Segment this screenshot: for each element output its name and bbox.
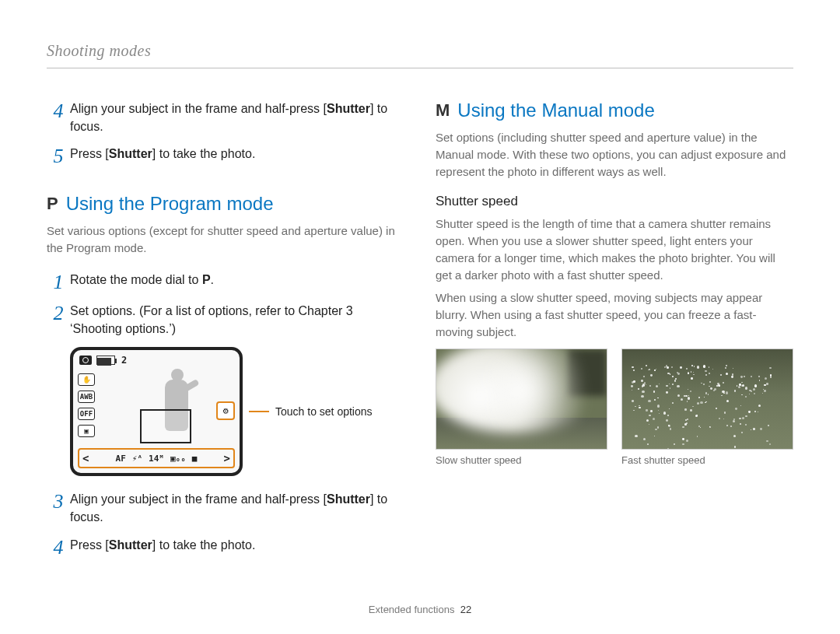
left-column: 4Align your subject in the frame and hal… <box>47 100 404 567</box>
lcd-bottom-toolbar: < AF⚡ᴬ14ᴹ▣ₒₒ■ > <box>78 448 235 468</box>
section-intro-manual: Set options (including shutter speed and… <box>436 129 793 180</box>
step-text: Align your subject in the frame and half… <box>70 100 404 135</box>
photo-slow-shutter <box>436 349 607 450</box>
photo-fast-shutter <box>621 349 793 450</box>
lcd-bottom-item: ■ <box>192 454 198 464</box>
lcd-center <box>123 364 232 448</box>
section-title-program: Using the Program mode <box>66 193 274 215</box>
lcd-side-icon: ✋ <box>78 373 95 386</box>
chevron-right-icon: > <box>224 452 230 464</box>
running-header: Shooting modes <box>47 42 793 60</box>
two-column-layout: 4Align your subject in the frame and hal… <box>47 100 793 567</box>
section-heading-manual: M Using the Manual mode <box>436 100 793 121</box>
lcd-bottom-items: AF⚡ᴬ14ᴹ▣ₒₒ■ <box>116 454 198 464</box>
shutter-para-1: Shutter speed is the length of time that… <box>436 215 793 283</box>
lcd-bottom-item: ▣ₒₒ <box>170 454 186 464</box>
battery-icon <box>96 356 115 365</box>
lcd-bottom-item: ⚡ᴬ <box>132 454 142 464</box>
shutter-para-2: When using a slow shutter speed, moving … <box>436 289 793 340</box>
section-heading-program: P Using the Program mode <box>47 193 404 215</box>
step: 3Align your subject in the frame and hal… <box>47 490 404 526</box>
caption-fast: Fast shutter speed <box>621 454 793 466</box>
callout-text: Touch to set options <box>275 405 373 418</box>
chevron-left-icon: < <box>82 452 89 464</box>
section-title-manual: Using the Manual mode <box>457 100 654 121</box>
lcd-side-icon: AWB <box>78 391 95 403</box>
step-text: Set options. (For a list of options, ref… <box>70 302 404 338</box>
focus-box <box>140 409 191 443</box>
step: 2Set options. (For a list of options, re… <box>47 302 404 338</box>
section-intro-program: Set various options (except for shutter … <box>47 222 404 257</box>
step-number: 5 <box>47 145 70 166</box>
camera-icon <box>79 356 92 365</box>
step: 4Align your subject in the frame and hal… <box>47 100 404 135</box>
callout-line <box>249 411 269 412</box>
step-number: 1 <box>47 271 70 292</box>
mode-letter-p: P <box>47 194 58 214</box>
page-number: 22 <box>460 604 471 615</box>
header-rule <box>47 68 793 68</box>
step: 1Rotate the mode dial to P. <box>47 271 404 292</box>
step-number: 4 <box>47 100 70 121</box>
subheading-shutter-speed: Shutter speed <box>436 194 793 209</box>
step: 4Press [Shutter] to take the photo. <box>47 536 404 558</box>
step: 5Press [Shutter] to take the photo. <box>47 145 404 166</box>
photo-fast: Fast shutter speed <box>621 349 793 466</box>
step-text: Align your subject in the frame and half… <box>70 490 404 526</box>
camera-lcd: 2 ✋AWBOFF▣ ⚙ < AF⚡ᴬ14ᴹ▣ₒₒ■ > <box>70 347 243 476</box>
mode-letter-m: M <box>436 100 450 121</box>
lcd-bottom-item: AF <box>116 454 126 464</box>
photo-slow: Slow shutter speed <box>436 349 607 466</box>
lcd-bottom-item: 14ᴹ <box>149 454 164 464</box>
step-number: 3 <box>47 490 70 512</box>
settings-button-icon: ⚙ <box>216 401 235 420</box>
step-number: 4 <box>47 536 70 558</box>
right-column: M Using the Manual mode Set options (inc… <box>436 100 793 567</box>
footer-section: Extended functions <box>369 604 455 615</box>
step-text: Press [Shutter] to take the photo. <box>70 145 255 163</box>
step-text: Rotate the mode dial to P. <box>70 271 214 289</box>
lcd-left-icons: ✋AWBOFF▣ <box>78 373 95 437</box>
step-number: 2 <box>47 302 70 324</box>
page: Shooting modes 4Align your subject in th… <box>0 0 840 634</box>
lcd-side-icon: ▣ <box>78 425 95 437</box>
lcd-side-icon: OFF <box>78 408 95 420</box>
step-text: Press [Shutter] to take the photo. <box>70 536 255 554</box>
caption-slow: Slow shutter speed <box>436 454 607 466</box>
lcd-illustration: 2 ✋AWBOFF▣ ⚙ < AF⚡ᴬ14ᴹ▣ₒₒ■ > Touch to <box>70 347 404 476</box>
example-photos: Slow shutter speed Fast shutter speed <box>436 349 793 466</box>
page-footer: Extended functions 22 <box>0 604 840 615</box>
